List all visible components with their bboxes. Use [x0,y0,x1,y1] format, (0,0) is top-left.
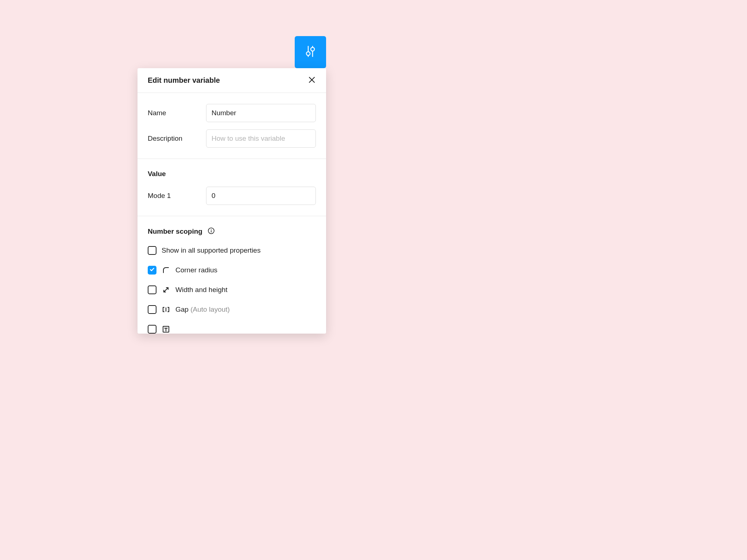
scope-corner-radius-label: Corner radius [175,266,217,274]
panel-header: Edit number variable [138,68,326,93]
close-button[interactable] [308,77,316,85]
name-input[interactable] [206,104,316,122]
svg-point-10 [211,229,212,230]
panel-title: Edit number variable [148,76,220,85]
scoping-title: Number scoping [148,228,202,236]
section-scoping: Number scoping Show in all supported pro… [138,216,326,334]
sliders-icon [302,43,318,61]
scope-corner-radius-checkbox[interactable] [148,266,156,275]
scope-gap-checkbox[interactable] [148,305,156,314]
scope-corner-radius-row[interactable]: Corner radius [148,266,316,275]
value-section-title: Value [148,170,316,178]
settings-toggle-button[interactable] [295,36,326,68]
scope-width-height-checkbox[interactable] [148,285,156,294]
corner-radius-icon [162,266,170,275]
mode-value-input[interactable] [206,187,316,205]
scope-all-checkbox[interactable] [148,246,156,255]
close-icon [308,76,316,85]
edit-variable-panel: Edit number variable Name Description Va… [138,68,326,334]
scope-all-row[interactable]: Show in all supported properties [148,246,316,255]
scope-next-row[interactable] [148,325,316,334]
mode-label: Mode 1 [148,192,206,200]
checkmark-icon [150,267,155,273]
section-identity: Name Description [138,93,326,159]
width-height-icon [162,285,170,294]
scope-width-height-label: Width and height [175,286,228,294]
name-label: Name [148,109,206,117]
section-value: Value Mode 1 [138,159,326,216]
scope-all-label: Show in all supported properties [162,246,260,254]
info-icon[interactable] [208,227,215,236]
scope-gap-label: Gap (Auto layout) [175,306,230,314]
scope-width-height-row[interactable]: Width and height [148,285,316,294]
gap-icon [162,305,170,314]
svg-line-11 [164,288,168,292]
scope-gap-row[interactable]: Gap (Auto layout) [148,305,316,314]
svg-point-4 [311,47,314,51]
text-icon [162,325,170,334]
scope-next-checkbox[interactable] [148,325,156,334]
description-label: Description [148,135,206,143]
description-input[interactable] [206,129,316,148]
svg-point-1 [306,52,310,55]
